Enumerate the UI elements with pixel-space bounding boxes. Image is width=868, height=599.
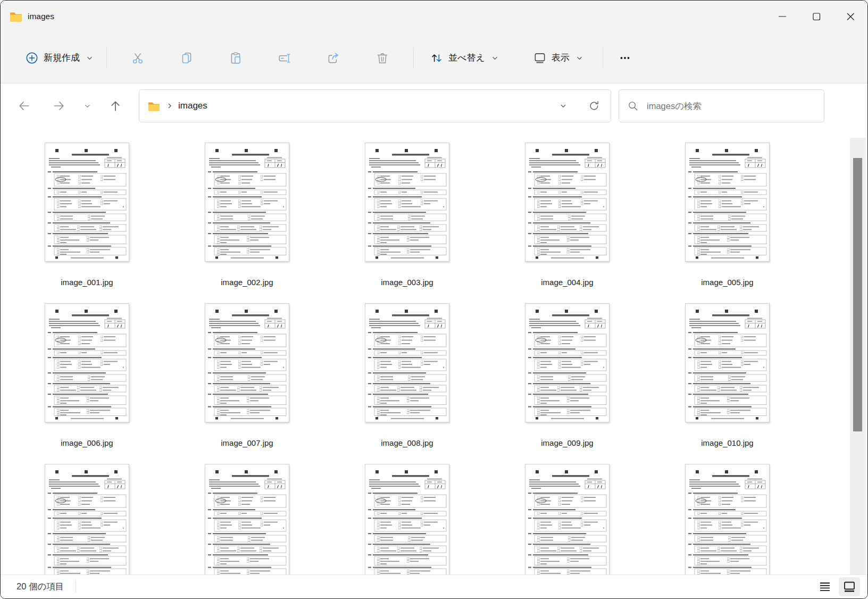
more-options-button[interactable] <box>613 46 637 70</box>
chevron-down-icon <box>575 54 583 62</box>
copy-button[interactable] <box>174 46 199 70</box>
minimize-button[interactable] <box>765 3 799 30</box>
chevron-down-icon <box>86 54 94 62</box>
file-thumbnail <box>45 143 129 262</box>
back-button[interactable] <box>12 94 36 118</box>
trash-icon <box>375 51 389 65</box>
file-thumbnail <box>525 143 610 262</box>
arrow-left-icon <box>17 99 31 113</box>
address-row: images <box>1 84 867 128</box>
search-input[interactable] <box>646 101 815 112</box>
file-item[interactable]: image_009.jpg <box>487 303 647 464</box>
file-item[interactable]: image_001.jpg <box>7 143 167 303</box>
file-name: image_006.jpg <box>61 438 113 448</box>
file-thumbnail <box>45 303 129 422</box>
paste-button[interactable] <box>223 46 248 70</box>
file-thumbnail <box>365 143 449 262</box>
file-item[interactable]: image_008.jpg <box>327 303 487 464</box>
large-thumbnails-view-button[interactable] <box>839 577 860 596</box>
survey-document-thumbnail-image <box>45 304 129 422</box>
file-name: image_005.jpg <box>701 277 753 288</box>
file-list-area: image_001.jpg <box>1 128 867 575</box>
address-bar[interactable]: images <box>139 89 611 122</box>
file-item[interactable] <box>487 464 647 575</box>
file-thumbnail <box>205 464 289 575</box>
sort-button[interactable]: 並べ替え <box>423 46 505 70</box>
file-name: image_004.jpg <box>541 277 593 288</box>
survey-document-thumbnail-image <box>205 464 289 575</box>
new-button-label: 新規作成 <box>44 52 80 64</box>
file-item[interactable]: image_007.jpg <box>167 303 327 464</box>
new-button[interactable]: 新規作成 <box>19 46 100 70</box>
arrow-right-icon <box>52 99 66 113</box>
file-thumbnail <box>205 143 289 262</box>
share-button[interactable] <box>321 46 346 70</box>
file-name: image_010.jpg <box>701 438 753 448</box>
window-title: images <box>28 12 54 21</box>
view-button[interactable]: 表示 <box>527 46 590 70</box>
scrollbar-thumb[interactable] <box>853 158 862 431</box>
file-item[interactable]: image_004.jpg <box>487 143 647 303</box>
close-button[interactable] <box>833 3 867 30</box>
folder-icon <box>148 101 160 111</box>
file-item[interactable] <box>647 464 807 575</box>
toolbar-separator <box>413 47 414 69</box>
rename-icon <box>278 51 291 65</box>
maximize-button[interactable] <box>799 3 833 30</box>
search-box <box>619 89 824 122</box>
rename-button[interactable] <box>272 46 297 70</box>
paste-icon <box>229 51 243 65</box>
status-bar: 20 個の項目 <box>1 575 867 598</box>
breadcrumb-folder[interactable]: images <box>178 101 207 111</box>
survey-document-thumbnail-image <box>45 143 129 261</box>
survey-document-thumbnail-image <box>525 464 609 575</box>
survey-document-thumbnail-image <box>365 304 449 422</box>
file-thumbnail <box>525 464 610 575</box>
file-name: image_008.jpg <box>381 438 433 448</box>
large-icon-view-icon <box>843 581 856 593</box>
survey-document-thumbnail-image <box>686 304 769 422</box>
item-count: 20 個の項目 <box>16 581 64 593</box>
list-lines-icon <box>819 581 831 593</box>
file-thumbnail <box>685 143 770 262</box>
delete-button[interactable] <box>370 46 395 70</box>
refresh-icon <box>588 100 600 112</box>
survey-document-thumbnail-image <box>525 304 609 422</box>
search-icon <box>628 101 638 111</box>
details-view-button[interactable] <box>814 577 836 596</box>
file-item[interactable]: image_005.jpg <box>647 143 807 303</box>
survey-document-thumbnail-image <box>686 143 769 261</box>
survey-document-thumbnail-image <box>525 143 609 261</box>
survey-document-thumbnail-image <box>45 464 129 575</box>
refresh-button[interactable] <box>586 98 602 114</box>
file-explorer-window: images 新規作成 <box>0 0 868 599</box>
folder-icon <box>10 11 22 22</box>
chevron-down-icon <box>84 102 91 110</box>
file-item[interactable] <box>327 464 487 575</box>
file-item[interactable]: image_010.jpg <box>647 303 807 464</box>
file-item[interactable]: image_006.jpg <box>7 303 167 464</box>
titlebar: images <box>1 1 867 32</box>
survey-document-thumbnail-image <box>205 304 289 422</box>
recent-locations-button[interactable] <box>78 94 96 118</box>
forward-button[interactable] <box>47 94 71 118</box>
vertical-scrollbar[interactable] <box>850 138 866 575</box>
minimize-icon <box>776 10 789 23</box>
file-thumbnail <box>685 464 770 575</box>
file-item[interactable] <box>7 464 167 575</box>
status-separator <box>76 581 76 593</box>
survey-document-thumbnail-image <box>205 143 289 261</box>
file-item[interactable]: image_003.jpg <box>327 143 487 303</box>
up-button[interactable] <box>104 94 127 118</box>
chevron-down-icon <box>491 54 499 62</box>
file-thumbnail <box>525 303 610 422</box>
ellipsis-icon <box>618 51 632 65</box>
files-grid: image_001.jpg <box>7 143 807 575</box>
cut-button[interactable] <box>126 46 150 70</box>
address-dropdown-button[interactable] <box>555 98 571 114</box>
file-item[interactable]: image_002.jpg <box>167 143 327 303</box>
survey-document-thumbnail-image <box>365 143 449 261</box>
file-item[interactable] <box>167 464 327 575</box>
file-thumbnail <box>685 303 770 422</box>
file-name: image_007.jpg <box>221 438 273 448</box>
